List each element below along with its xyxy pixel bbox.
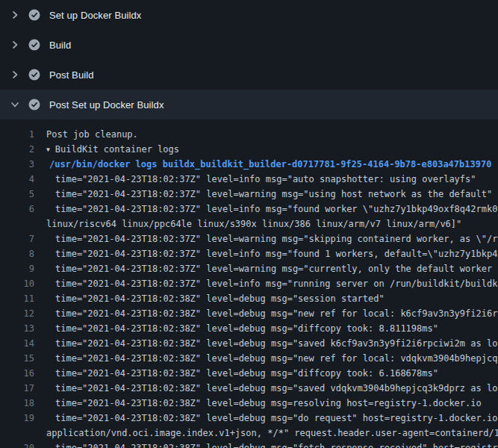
line-number[interactable]: 19 xyxy=(0,413,34,423)
line-number[interactable]: 16 xyxy=(0,368,34,379)
log-output: 1 Post job cleanup. 2 ▼BuildKit containe… xyxy=(0,119,498,448)
steps-list: Set up Docker Buildx Build Post Build Po… xyxy=(0,0,498,119)
log-line: 10 time="2021-04-23T18:02:37Z" level=inf… xyxy=(0,276,498,291)
chevron-right-icon xyxy=(9,9,21,21)
line-number[interactable]: 6 xyxy=(0,204,34,214)
log-text: Post job cleanup. xyxy=(46,129,138,140)
log-text: time="2021-04-23T18:02:38Z" level=debug … xyxy=(46,383,498,393)
line-number[interactable]: 12 xyxy=(0,308,34,319)
log-line: 1 Post job cleanup. xyxy=(0,127,498,142)
line-number[interactable]: 7 xyxy=(0,234,34,244)
workflow-log-panel: Set up Docker Buildx Build Post Build Po… xyxy=(0,0,498,448)
step-header[interactable]: Post Set up Docker Buildx xyxy=(0,90,498,119)
log-text: time="2021-04-23T18:02:38Z" level=debug … xyxy=(46,353,498,364)
log-text: time="2021-04-23T18:02:38Z" level=debug … xyxy=(46,323,438,334)
log-line: 2 ▼BuildKit container logs xyxy=(0,142,498,157)
line-number[interactable]: 11 xyxy=(0,293,34,304)
log-line: 4 time="2021-04-23T18:02:37Z" level=info… xyxy=(0,172,498,187)
log-line: 9 time="2021-04-23T18:02:37Z" level=warn… xyxy=(0,261,498,276)
step-header[interactable]: Build xyxy=(0,30,498,60)
log-text: time="2021-04-23T18:02:37Z" level=info m… xyxy=(46,279,498,289)
line-number[interactable]: 18 xyxy=(0,398,34,408)
line-number[interactable]: 8 xyxy=(0,249,34,259)
check-circle-icon xyxy=(28,99,40,111)
log-text: time="2021-04-23T18:02:37Z" level=info m… xyxy=(46,174,476,184)
log-line: 15 time="2021-04-23T18:02:38Z" level=deb… xyxy=(0,351,498,366)
line-number[interactable]: 13 xyxy=(0,323,34,334)
line-number[interactable]: 14 xyxy=(0,338,34,349)
log-text: time="2021-04-23T18:02:38Z" level=debug … xyxy=(46,293,385,304)
log-line: application/vnd.oci.image.index.v1+json,… xyxy=(0,426,498,441)
log-text: time="2021-04-23T18:02:37Z" level=warnin… xyxy=(46,234,498,244)
step-header[interactable]: Post Build xyxy=(0,60,498,90)
log-line: 14 time="2021-04-23T18:02:38Z" level=deb… xyxy=(0,336,498,351)
log-line: 16 time="2021-04-23T18:02:38Z" level=deb… xyxy=(0,366,498,381)
log-line: 3 /usr/bin/docker logs buildx_buildkit_b… xyxy=(0,157,498,172)
log-line: 17 time="2021-04-23T18:02:38Z" level=deb… xyxy=(0,381,498,396)
line-number[interactable]: 20 xyxy=(0,443,34,448)
step-title: Set up Docker Buildx xyxy=(49,10,141,21)
step-title: Build xyxy=(49,40,71,51)
log-text: time="2021-04-23T18:02:37Z" level=info m… xyxy=(46,249,498,259)
line-number[interactable]: 3 xyxy=(0,159,34,169)
triangle-down-icon: ▼ xyxy=(46,146,50,153)
line-number[interactable]: 1 xyxy=(0,129,34,140)
log-line: 7 time="2021-04-23T18:02:37Z" level=warn… xyxy=(0,231,498,246)
log-text: application/vnd.oci.image.index.v1+json,… xyxy=(46,428,498,438)
log-line: 13 time="2021-04-23T18:02:38Z" level=deb… xyxy=(0,321,498,336)
line-number[interactable]: 10 xyxy=(0,279,34,289)
log-line: 6 time="2021-04-23T18:02:37Z" level=info… xyxy=(0,202,498,217)
line-number[interactable]: 15 xyxy=(0,353,34,364)
log-text: time="2021-04-23T18:02:38Z" level=debug … xyxy=(46,398,482,408)
log-text: time="2021-04-23T18:02:38Z" level=debug … xyxy=(46,413,498,423)
check-circle-icon xyxy=(28,9,40,21)
log-text: time="2021-04-23T18:02:38Z" level=debug … xyxy=(46,308,498,319)
log-line: 5 time="2021-04-23T18:02:37Z" level=warn… xyxy=(0,187,498,202)
chevron-down-icon xyxy=(9,99,21,111)
step-title: Post Set up Docker Buildx xyxy=(49,99,164,111)
chevron-right-icon xyxy=(9,39,21,51)
log-text: time="2021-04-23T18:02:38Z" level=debug … xyxy=(46,368,438,379)
log-line: 20 time="2021-04-23T18:02:38Z" level=deb… xyxy=(0,441,498,448)
check-circle-icon xyxy=(28,69,40,81)
step-header[interactable]: Set up Docker Buildx xyxy=(0,0,498,30)
log-line: 8 time="2021-04-23T18:02:37Z" level=info… xyxy=(0,246,498,261)
log-text: time="2021-04-23T18:02:37Z" level=info m… xyxy=(46,204,498,214)
line-number[interactable]: 2 xyxy=(0,144,34,155)
log-line: 11 time="2021-04-23T18:02:38Z" level=deb… xyxy=(0,291,498,306)
log-text: /usr/bin/docker logs buildx_buildkit_bui… xyxy=(46,159,491,169)
log-text: time="2021-04-23T18:02:37Z" level=warnin… xyxy=(46,264,498,274)
log-text[interactable]: ▼BuildKit container logs xyxy=(46,144,179,155)
log-text: time="2021-04-23T18:02:37Z" level=warnin… xyxy=(46,189,492,199)
chevron-right-icon xyxy=(9,69,21,81)
step-title: Post Build xyxy=(49,69,94,81)
log-line: 19 time="2021-04-23T18:02:38Z" level=deb… xyxy=(0,411,498,426)
line-number[interactable]: 5 xyxy=(0,189,34,199)
log-line: 12 time="2021-04-23T18:02:38Z" level=deb… xyxy=(0,306,498,321)
log-text: time="2021-04-23T18:02:38Z" level=debug … xyxy=(46,338,498,349)
log-line: linux/riscv64 linux/ppc64le linux/s390x … xyxy=(0,217,498,231)
log-text: time="2021-04-23T18:02:38Z" level=debug … xyxy=(46,443,497,448)
log-line: 18 time="2021-04-23T18:02:38Z" level=deb… xyxy=(0,396,498,411)
line-number[interactable]: 17 xyxy=(0,383,34,393)
line-number[interactable]: 9 xyxy=(0,264,34,274)
log-text: linux/riscv64 linux/ppc64le linux/s390x … xyxy=(46,219,461,229)
line-number[interactable]: 4 xyxy=(0,174,34,184)
check-circle-icon xyxy=(28,39,40,51)
